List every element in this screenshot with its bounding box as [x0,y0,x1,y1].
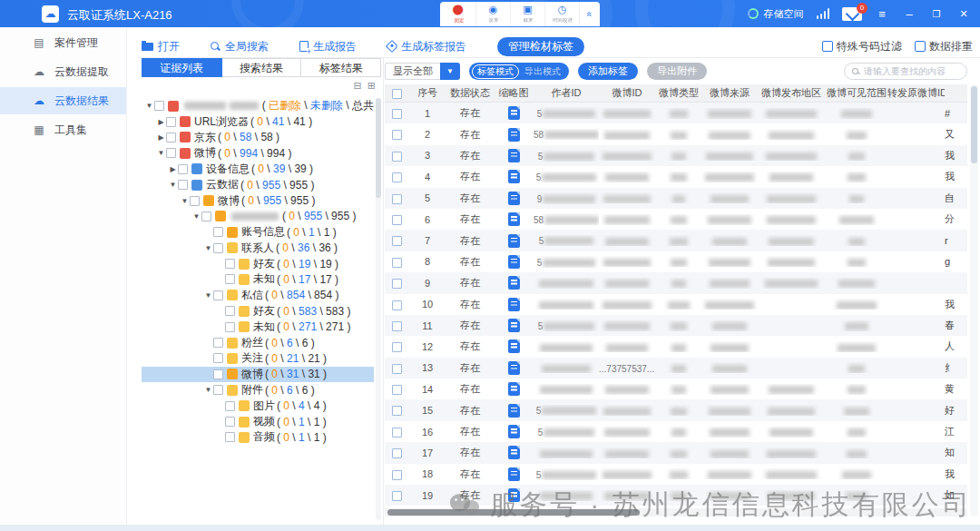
tree-checkbox[interactable] [213,227,223,237]
table-row[interactable]: 10存在我 [385,294,967,315]
tree-node-云数据[interactable]: ▼云数据( 0 \ 955 \ 955 ) [142,177,374,192]
row-checkbox[interactable] [392,406,402,416]
tree-checkbox[interactable] [213,385,223,395]
table-horizontal-scrollbar[interactable] [385,508,967,516]
checkbox-icon[interactable] [822,41,833,52]
tree-checkbox[interactable] [166,117,176,127]
document-thumbnail-icon[interactable] [508,404,520,418]
table-row[interactable]: 6存在58分 [385,209,967,230]
tree-node-微博[interactable]: ▼微博( 0 \ 955 \ 955 ) [142,192,374,208]
table-row[interactable]: 8存在5g [385,251,967,272]
generate-report-button[interactable]: 生成报告 [299,39,357,54]
document-thumbnail-icon[interactable] [508,425,520,438]
menu-icon[interactable]: ≡ [875,7,889,21]
document-thumbnail-icon[interactable] [508,319,520,332]
export-mode-option[interactable]: 导出模式 [519,65,566,78]
tree-node-附件[interactable]: ▼附件( 0 \ 6 \ 6 ) [142,382,374,398]
table-row[interactable]: 2存在58又 [385,123,967,144]
table-row[interactable]: 14存在黄 [385,379,967,399]
time-calibration-button[interactable]: ◷时间校准 [545,2,580,26]
table-row[interactable]: 7存在5r [385,230,967,251]
tab-2[interactable]: 搜索结果 [222,58,302,77]
sidebar-item-2[interactable]: ☁云数据提取 [0,58,126,85]
search-input[interactable] [864,66,959,76]
tree-checkbox[interactable] [225,259,235,269]
document-thumbnail-icon[interactable] [508,276,520,290]
document-thumbnail-icon[interactable] [508,170,520,183]
document-thumbnail-icon[interactable] [508,446,520,459]
tree-checkbox[interactable] [178,180,188,190]
expander-closed-icon[interactable]: ▶ [168,165,178,173]
document-thumbnail-icon[interactable] [508,149,520,162]
tree-checkbox[interactable] [166,148,176,158]
row-checkbox[interactable] [392,448,402,458]
minimize-button[interactable]: – [902,7,916,21]
tree-node-微博[interactable]: 微博( 0 \ 31 \ 31 ) [142,367,374,382]
manage-evidence-tags-button[interactable]: 管理检材标签 [497,37,584,56]
tree-checkbox[interactable] [225,322,235,332]
table-row[interactable]: 9存在 [385,272,967,293]
expander-open-icon[interactable]: ▼ [144,102,154,110]
row-checkbox[interactable] [392,470,402,480]
tree-node-未知[interactable]: 未知( 0 \ 271 \ 271 ) [142,319,374,334]
search-box[interactable] [844,63,967,80]
row-checkbox[interactable] [392,109,402,119]
global-search-button[interactable]: 全局搜索 [211,39,269,54]
tree-node-关注[interactable]: 关注( 0 \ 21 \ 21 ) [142,350,374,366]
row-checkbox[interactable] [392,385,402,395]
tree-node[interactable]: ▼( 0 \ 955 \ 955 ) [142,209,374,224]
tree-checkbox[interactable] [213,338,223,348]
expander-open-icon[interactable]: ▼ [203,386,213,394]
document-thumbnail-icon[interactable] [508,255,520,269]
tree-checkbox[interactable] [225,401,235,411]
filter-数据排重[interactable]: 数据排重 [915,39,973,54]
tree-checkbox[interactable] [225,417,235,427]
row-checkbox[interactable] [392,364,402,374]
add-tag-button[interactable]: 添加标签 [578,63,638,80]
tree-node-未知[interactable]: 未知( 0 \ 17 \ 17 ) [142,271,374,287]
storage-space-button[interactable]: 存储空间 [748,7,804,21]
tree-node-好友[interactable]: 好友( 0 \ 19 \ 19 ) [142,256,374,271]
row-checkbox[interactable] [392,194,402,204]
tree-checkbox[interactable] [213,290,223,300]
export-attachment-button[interactable]: 导出附件 [647,63,707,80]
row-checkbox[interactable] [392,152,402,162]
tree-node-音频[interactable]: 音频( 0 \ 1 \ 1 ) [142,429,374,445]
row-checkbox[interactable] [392,342,402,352]
tree-scrollbar[interactable] [376,98,381,520]
record-button[interactable]: ◉录屏 [476,2,511,26]
tree-checkbox[interactable] [213,243,223,253]
expander-closed-icon[interactable]: ▶ [156,133,166,142]
row-checkbox[interactable] [392,236,402,246]
document-thumbnail-icon[interactable] [508,382,520,396]
tag-mode-option[interactable]: 标签模式 [472,64,519,79]
document-thumbnail-icon[interactable] [508,128,520,142]
expander-open-icon[interactable]: ▼ [168,181,178,189]
tree-checkbox[interactable] [154,101,164,111]
document-thumbnail-icon[interactable] [508,361,520,375]
table-row[interactable]: 19存在如 [385,485,967,506]
tree-expand-all-icon[interactable]: ⊞ [368,80,376,92]
tree-node-视频[interactable]: 视频( 0 \ 1 \ 1 ) [142,414,374,429]
tree-node-URL浏览器[interactable]: ▶URL浏览器( 0 \ 41 \ 41 ) [142,113,374,129]
row-checkbox[interactable] [392,300,402,310]
row-checkbox[interactable] [392,258,402,268]
tree-checkbox[interactable] [225,306,235,316]
expander-open-icon[interactable]: ▼ [203,244,213,252]
row-checkbox[interactable] [392,279,402,289]
sidebar-item-4[interactable]: ▦工具集 [0,116,126,143]
tree-node-好友[interactable]: 好友( 0 \ 583 \ 583 ) [142,303,374,319]
show-all-dropdown[interactable]: 显示全部 ▼ [385,63,460,80]
tree-node-图片[interactable]: 图片( 0 \ 4 \ 4 ) [142,398,374,413]
row-checkbox[interactable] [392,215,402,225]
table-row[interactable]: 1存在5# [385,103,967,123]
table-vertical-scrollbar[interactable] [970,84,978,516]
row-checkbox[interactable] [392,428,402,438]
expander-open-icon[interactable]: ▼ [191,212,201,221]
document-thumbnail-icon[interactable] [508,339,520,353]
expander-open-icon[interactable]: ▼ [203,291,213,300]
document-thumbnail-icon[interactable] [508,488,520,502]
folder-open-button[interactable]: 打开 [142,39,180,54]
select-all-checkbox[interactable] [392,89,402,99]
document-thumbnail-icon[interactable] [508,192,520,205]
